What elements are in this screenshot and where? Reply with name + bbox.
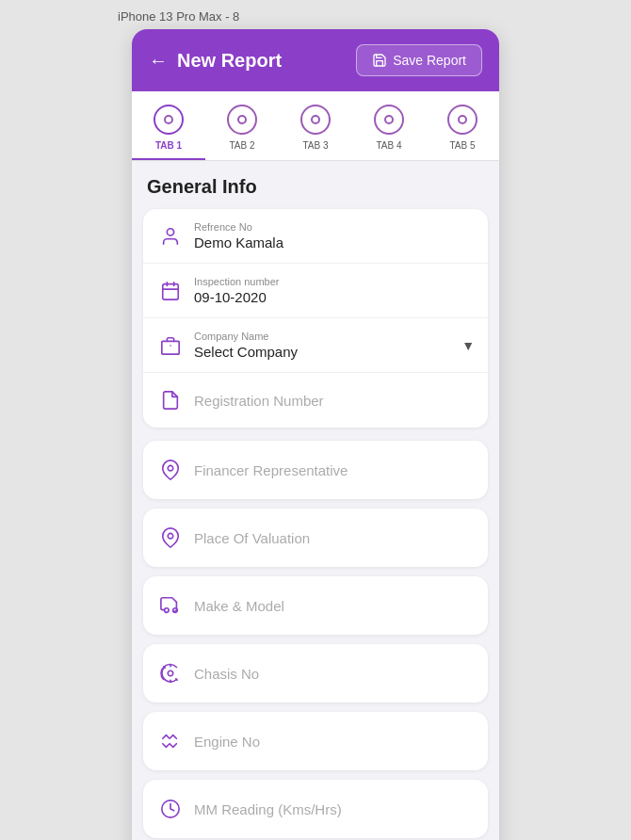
section-title: General Info — [132, 161, 499, 209]
tab-5[interactable]: TAB 5 — [426, 105, 499, 160]
tab-5-label: TAB 5 — [449, 140, 475, 151]
company-dropdown-arrow[interactable]: ▼ — [461, 338, 475, 353]
inspection-number-label: Inspection number — [194, 276, 475, 287]
company-name-field[interactable]: Company Name Select Company ▼ — [143, 318, 488, 373]
company-name-content: Company Name Select Company — [194, 331, 461, 360]
mm-reading-field[interactable]: MM Reading (Kms/Hrs) — [143, 780, 488, 838]
svg-point-7 — [168, 465, 173, 471]
reference-no-label: Refrence No — [194, 221, 475, 233]
car-icon — [156, 591, 185, 620]
device-label: iPhone 13 Pro Max - 8 — [0, 0, 631, 29]
tab-2[interactable]: TAB 2 — [205, 105, 279, 160]
reference-no-content: Refrence No Demo Kamala — [194, 221, 475, 250]
make-model-label: Make & Model — [194, 598, 284, 614]
tab-3-circle — [300, 105, 331, 135]
engine-icon — [156, 727, 185, 755]
make-model-field[interactable]: Make & Model — [143, 576, 488, 635]
company-name-label: Company Name — [194, 331, 461, 342]
header: ← New Report Save Report — [132, 29, 499, 91]
company-name-value: Select Company — [194, 344, 461, 360]
place-of-valuation-label: Place Of Valuation — [194, 530, 310, 546]
scroll-content: General Info Refrence No Demo Kamala — [132, 161, 499, 840]
location-icon-1 — [156, 456, 185, 484]
tab-3-label: TAB 3 — [302, 140, 328, 151]
save-icon — [372, 53, 387, 68]
tab-3[interactable]: TAB 3 — [279, 105, 352, 160]
tab-4-label: TAB 4 — [376, 140, 401, 151]
svg-rect-1 — [163, 283, 179, 299]
tab-4-circle — [374, 105, 404, 135]
tab-2-circle — [227, 105, 257, 135]
reference-no-value: Demo Kamala — [194, 234, 475, 250]
registration-number-field[interactable]: Registration Number — [143, 373, 488, 428]
tab-1-label: TAB 1 — [155, 140, 182, 151]
financer-representative-field[interactable]: Financer Representative — [143, 441, 488, 499]
person-icon — [156, 222, 185, 250]
svg-point-0 — [167, 228, 173, 234]
tab-4[interactable]: TAB 4 — [352, 105, 426, 160]
chasis-no-field[interactable]: Chasis No — [143, 644, 488, 703]
svg-rect-5 — [162, 341, 179, 354]
general-info-card: Refrence No Demo Kamala Inspection numbe… — [143, 209, 488, 428]
speedometer-icon — [156, 795, 185, 823]
registration-number-placeholder: Registration Number — [194, 393, 475, 409]
header-title: New Report — [177, 50, 282, 72]
save-label: Save Report — [393, 53, 466, 68]
svg-point-10 — [173, 608, 178, 613]
location-icon-2 — [156, 524, 185, 552]
settings-icon — [156, 659, 185, 687]
tabs-container: TAB 1 TAB 2 TAB 3 TAB 4 TAB 5 — [132, 91, 499, 161]
mm-reading-label: MM Reading (Kms/Hrs) — [194, 801, 342, 817]
svg-point-11 — [168, 670, 173, 676]
calendar-icon — [156, 277, 185, 305]
engine-no-label: Engine No — [194, 734, 260, 750]
inspection-number-content: Inspection number 09-10-2020 — [194, 276, 475, 305]
place-of-valuation-field[interactable]: Place Of Valuation — [143, 509, 488, 567]
tab-1[interactable]: TAB 1 — [132, 105, 205, 160]
tab-2-label: TAB 2 — [229, 140, 254, 151]
back-icon[interactable]: ← — [149, 50, 168, 72]
reference-no-field[interactable]: Refrence No Demo Kamala — [143, 209, 488, 264]
inspection-number-value: 09-10-2020 — [194, 289, 475, 305]
document-icon — [156, 386, 185, 414]
svg-line-14 — [164, 667, 165, 668]
save-report-button[interactable]: Save Report — [356, 44, 482, 76]
phone-frame: ← New Report Save Report TAB 1 TAB 2 — [132, 29, 499, 840]
inspection-number-field[interactable]: Inspection number 09-10-2020 — [143, 264, 488, 318]
building-icon — [156, 331, 185, 360]
header-left: ← New Report — [149, 50, 282, 72]
svg-point-9 — [165, 608, 170, 613]
financer-representative-label: Financer Representative — [194, 462, 348, 478]
svg-point-8 — [168, 533, 173, 539]
svg-line-15 — [176, 679, 177, 680]
chasis-no-label: Chasis No — [194, 666, 259, 682]
tab-1-circle — [154, 105, 184, 135]
registration-number-content: Registration Number — [194, 393, 475, 409]
engine-no-field[interactable]: Engine No — [143, 712, 488, 770]
tab-5-circle — [447, 105, 477, 135]
